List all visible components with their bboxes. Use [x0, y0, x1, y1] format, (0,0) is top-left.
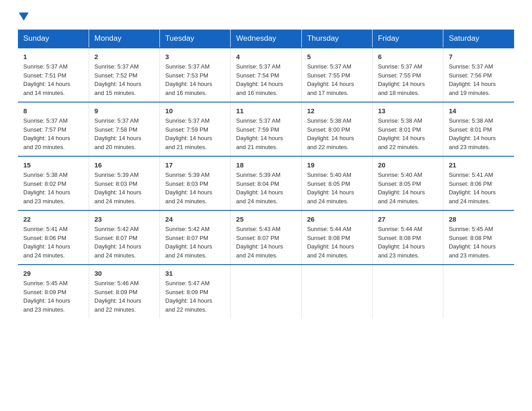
page-header	[18, 13, 514, 21]
day-number: 11	[236, 107, 296, 115]
calendar-cell: 19 Sunrise: 5:40 AMSunset: 8:05 PMDaylig…	[301, 156, 372, 210]
day-info: Sunrise: 5:39 AMSunset: 8:04 PMDaylight:…	[236, 171, 283, 205]
day-info: Sunrise: 5:37 AMSunset: 7:58 PMDaylight:…	[94, 117, 142, 150]
calendar-cell: 8 Sunrise: 5:37 AMSunset: 7:57 PMDayligh…	[18, 102, 89, 156]
calendar-cell: 14 Sunrise: 5:38 AMSunset: 8:01 PMDaylig…	[443, 102, 514, 156]
calendar-cell: 5 Sunrise: 5:37 AMSunset: 7:55 PMDayligh…	[301, 48, 372, 102]
day-number: 3	[165, 53, 225, 60]
calendar-header-row: SundayMondayTuesdayWednesdayThursdayFrid…	[18, 30, 514, 48]
day-info: Sunrise: 5:37 AMSunset: 7:52 PMDaylight:…	[94, 63, 142, 96]
calendar-header-tuesday: Tuesday	[160, 30, 231, 48]
day-info: Sunrise: 5:46 AMSunset: 8:09 PMDaylight:…	[94, 280, 142, 313]
calendar-cell	[443, 265, 514, 318]
logo-triangle-icon	[19, 13, 29, 21]
calendar-cell: 31 Sunrise: 5:47 AMSunset: 8:09 PMDaylig…	[160, 265, 231, 318]
day-info: Sunrise: 5:37 AMSunset: 7:54 PMDaylight:…	[236, 63, 283, 96]
day-number: 7	[449, 53, 509, 60]
day-info: Sunrise: 5:37 AMSunset: 7:51 PMDaylight:…	[23, 63, 70, 96]
day-number: 12	[307, 107, 367, 115]
day-info: Sunrise: 5:47 AMSunset: 8:09 PMDaylight:…	[165, 280, 212, 313]
calendar-cell: 9 Sunrise: 5:37 AMSunset: 7:58 PMDayligh…	[89, 102, 159, 156]
calendar-cell: 16 Sunrise: 5:39 AMSunset: 8:03 PMDaylig…	[89, 156, 159, 210]
day-number: 2	[94, 53, 154, 60]
calendar-header-thursday: Thursday	[301, 30, 372, 48]
calendar-cell	[301, 265, 372, 318]
day-info: Sunrise: 5:44 AMSunset: 8:08 PMDaylight:…	[378, 226, 425, 259]
calendar-cell: 7 Sunrise: 5:37 AMSunset: 7:56 PMDayligh…	[443, 48, 514, 102]
day-number: 1	[23, 53, 83, 60]
calendar-cell: 15 Sunrise: 5:38 AMSunset: 8:02 PMDaylig…	[18, 156, 89, 210]
calendar-cell	[372, 265, 443, 318]
day-number: 8	[23, 107, 83, 115]
day-number: 4	[236, 53, 296, 60]
day-info: Sunrise: 5:37 AMSunset: 7:53 PMDaylight:…	[165, 63, 212, 96]
day-info: Sunrise: 5:40 AMSunset: 8:05 PMDaylight:…	[378, 171, 425, 205]
day-number: 10	[165, 107, 225, 115]
day-number: 26	[307, 215, 367, 223]
day-info: Sunrise: 5:40 AMSunset: 8:05 PMDaylight:…	[307, 171, 354, 205]
day-number: 19	[307, 161, 367, 169]
calendar-cell: 18 Sunrise: 5:39 AMSunset: 8:04 PMDaylig…	[231, 156, 301, 210]
calendar-cell: 2 Sunrise: 5:37 AMSunset: 7:52 PMDayligh…	[89, 48, 159, 102]
calendar-week-row: 29 Sunrise: 5:45 AMSunset: 8:09 PMDaylig…	[18, 265, 514, 318]
calendar-header-monday: Monday	[89, 30, 159, 48]
calendar-cell: 17 Sunrise: 5:39 AMSunset: 8:03 PMDaylig…	[160, 156, 231, 210]
day-number: 23	[94, 215, 154, 223]
day-info: Sunrise: 5:39 AMSunset: 8:03 PMDaylight:…	[94, 171, 142, 205]
calendar-cell: 20 Sunrise: 5:40 AMSunset: 8:05 PMDaylig…	[372, 156, 443, 210]
day-info: Sunrise: 5:37 AMSunset: 7:59 PMDaylight:…	[236, 117, 283, 150]
calendar-cell: 3 Sunrise: 5:37 AMSunset: 7:53 PMDayligh…	[160, 48, 231, 102]
day-number: 22	[23, 215, 83, 223]
day-info: Sunrise: 5:38 AMSunset: 8:01 PMDaylight:…	[378, 117, 425, 150]
day-number: 24	[165, 215, 225, 223]
calendar-cell: 4 Sunrise: 5:37 AMSunset: 7:54 PMDayligh…	[231, 48, 301, 102]
day-number: 13	[378, 107, 438, 115]
calendar-cell: 11 Sunrise: 5:37 AMSunset: 7:59 PMDaylig…	[231, 102, 301, 156]
calendar-week-row: 1 Sunrise: 5:37 AMSunset: 7:51 PMDayligh…	[18, 48, 514, 102]
day-info: Sunrise: 5:43 AMSunset: 8:07 PMDaylight:…	[236, 226, 283, 259]
calendar-week-row: 8 Sunrise: 5:37 AMSunset: 7:57 PMDayligh…	[18, 102, 514, 156]
calendar-cell: 21 Sunrise: 5:41 AMSunset: 8:06 PMDaylig…	[443, 156, 514, 210]
day-info: Sunrise: 5:45 AMSunset: 8:09 PMDaylight:…	[23, 280, 70, 313]
calendar-header-wednesday: Wednesday	[231, 30, 301, 48]
day-info: Sunrise: 5:38 AMSunset: 8:02 PMDaylight:…	[23, 171, 70, 205]
day-info: Sunrise: 5:41 AMSunset: 8:06 PMDaylight:…	[23, 226, 70, 259]
calendar-cell: 23 Sunrise: 5:42 AMSunset: 8:07 PMDaylig…	[89, 210, 159, 265]
day-info: Sunrise: 5:44 AMSunset: 8:08 PMDaylight:…	[307, 226, 354, 259]
day-info: Sunrise: 5:37 AMSunset: 7:55 PMDaylight:…	[307, 63, 354, 96]
calendar-cell: 1 Sunrise: 5:37 AMSunset: 7:51 PMDayligh…	[18, 48, 89, 102]
day-info: Sunrise: 5:42 AMSunset: 8:07 PMDaylight:…	[94, 226, 142, 259]
day-number: 31	[165, 270, 225, 277]
calendar-cell: 13 Sunrise: 5:38 AMSunset: 8:01 PMDaylig…	[372, 102, 443, 156]
day-info: Sunrise: 5:45 AMSunset: 8:08 PMDaylight:…	[449, 226, 496, 259]
day-number: 9	[94, 107, 154, 115]
day-number: 6	[378, 53, 438, 60]
day-info: Sunrise: 5:38 AMSunset: 8:00 PMDaylight:…	[307, 117, 354, 150]
day-info: Sunrise: 5:38 AMSunset: 8:01 PMDaylight:…	[449, 117, 496, 150]
day-info: Sunrise: 5:37 AMSunset: 7:59 PMDaylight:…	[165, 117, 212, 150]
day-number: 20	[378, 161, 438, 169]
calendar-cell: 12 Sunrise: 5:38 AMSunset: 8:00 PMDaylig…	[301, 102, 372, 156]
day-info: Sunrise: 5:37 AMSunset: 7:56 PMDaylight:…	[449, 63, 496, 96]
calendar-header-saturday: Saturday	[443, 30, 514, 48]
calendar-week-row: 22 Sunrise: 5:41 AMSunset: 8:06 PMDaylig…	[18, 210, 514, 265]
calendar-cell: 24 Sunrise: 5:42 AMSunset: 8:07 PMDaylig…	[160, 210, 231, 265]
calendar-header-sunday: Sunday	[18, 30, 89, 48]
calendar-cell: 26 Sunrise: 5:44 AMSunset: 8:08 PMDaylig…	[301, 210, 372, 265]
day-number: 15	[23, 161, 83, 169]
day-info: Sunrise: 5:37 AMSunset: 7:57 PMDaylight:…	[23, 117, 70, 150]
calendar-cell: 10 Sunrise: 5:37 AMSunset: 7:59 PMDaylig…	[160, 102, 231, 156]
day-info: Sunrise: 5:39 AMSunset: 8:03 PMDaylight:…	[165, 171, 212, 205]
day-number: 14	[449, 107, 509, 115]
day-info: Sunrise: 5:42 AMSunset: 8:07 PMDaylight:…	[165, 226, 212, 259]
calendar-cell: 25 Sunrise: 5:43 AMSunset: 8:07 PMDaylig…	[231, 210, 301, 265]
day-number: 28	[449, 215, 509, 223]
calendar-cell: 6 Sunrise: 5:37 AMSunset: 7:55 PMDayligh…	[372, 48, 443, 102]
svg-marker-0	[19, 13, 29, 21]
day-number: 30	[94, 270, 154, 277]
calendar-table: SundayMondayTuesdayWednesdayThursdayFrid…	[18, 30, 514, 318]
day-number: 21	[449, 161, 509, 169]
calendar-cell: 27 Sunrise: 5:44 AMSunset: 8:08 PMDaylig…	[372, 210, 443, 265]
day-number: 29	[23, 270, 83, 277]
day-number: 17	[165, 161, 225, 169]
